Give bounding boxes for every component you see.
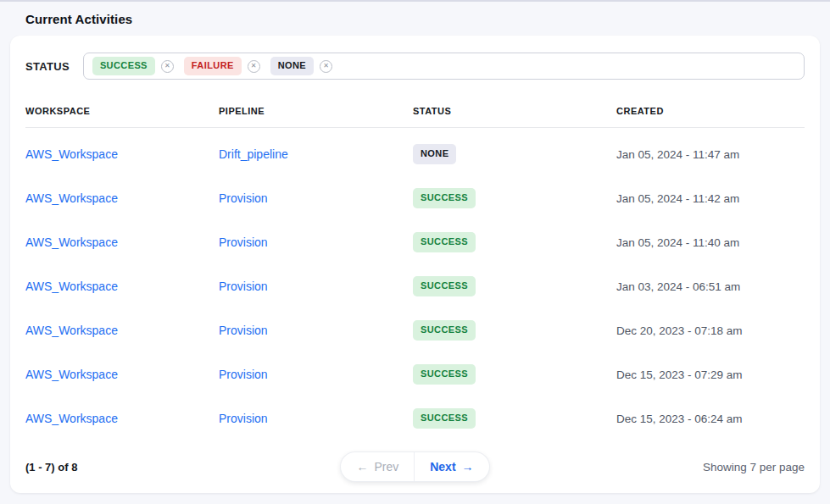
status-badge: SUCCESS (413, 188, 476, 208)
workspace-link[interactable]: AWS_Workspace (25, 191, 118, 205)
table-header-row: WORKSPACE PIPELINE STATUS CREATED (25, 80, 805, 128)
arrow-left-icon: ← (356, 460, 368, 474)
per-page-text: Showing 7 per page (703, 461, 805, 474)
table-row: AWS_Workspace Provision SUCCESS Jan 05, … (25, 176, 805, 220)
pipeline-link[interactable]: Drift_pipeline (219, 147, 288, 161)
workspace-link[interactable]: AWS_Workspace (25, 280, 118, 293)
activities-card: STATUS SUCCESS ✕ FAILURE ✕ NONE ✕ WORKSP… (10, 36, 820, 493)
created-timestamp: Dec 15, 2023 - 06:24 am (616, 413, 805, 425)
next-button-label: Next (430, 460, 455, 474)
pagination-controls: ← Prev Next → (341, 452, 488, 481)
column-header-workspace: WORKSPACE (25, 106, 219, 116)
table-row: AWS_Workspace Drift_pipeline NONE Jan 05… (25, 132, 805, 176)
status-badge: SUCCESS (413, 408, 476, 428)
table-row: AWS_Workspace Provision SUCCESS Dec 20, … (25, 308, 805, 352)
workspace-link[interactable]: AWS_Workspace (25, 147, 118, 161)
created-timestamp: Jan 05, 2024 - 11:47 am (616, 148, 805, 161)
table-row: AWS_Workspace Provision SUCCESS Jan 05, … (25, 220, 805, 264)
filter-tag-group: SUCCESS ✕ (92, 57, 174, 75)
next-page-button[interactable]: Next → (415, 452, 488, 481)
filter-tag-none: NONE (270, 57, 314, 75)
status-filter-row: STATUS SUCCESS ✕ FAILURE ✕ NONE ✕ (25, 53, 805, 80)
filter-tag-success: SUCCESS (92, 57, 155, 75)
status-badge: SUCCESS (413, 320, 476, 340)
page-title: Current Activities (25, 12, 830, 26)
status-filter-input[interactable]: SUCCESS ✕ FAILURE ✕ NONE ✕ (83, 53, 805, 80)
status-badge: NONE (413, 144, 456, 163)
table-row: AWS_Workspace Provision SUCCESS Dec 15, … (25, 396, 805, 440)
table-footer: (1 - 7) of 8 ← Prev Next → Showing 7 per… (25, 452, 805, 481)
status-badge: SUCCESS (413, 232, 476, 252)
prev-button-label: Prev (374, 460, 398, 474)
created-timestamp: Jan 05, 2024 - 11:42 am (616, 192, 805, 205)
table-row: AWS_Workspace Provision SUCCESS Dec 15, … (25, 352, 805, 396)
pipeline-link[interactable]: Provision (219, 235, 268, 249)
prev-page-button[interactable]: ← Prev (341, 452, 415, 481)
status-badge: SUCCESS (413, 364, 476, 384)
filter-tag-failure: FAILURE (184, 57, 242, 75)
created-timestamp: Dec 20, 2023 - 07:18 am (616, 324, 805, 337)
arrow-right-icon: → (462, 460, 474, 474)
workspace-link[interactable]: AWS_Workspace (25, 412, 118, 425)
filter-tag-group: NONE ✕ (270, 57, 332, 75)
workspace-link[interactable]: AWS_Workspace (25, 368, 118, 381)
workspace-link[interactable]: AWS_Workspace (25, 235, 118, 249)
remove-tag-icon[interactable]: ✕ (320, 60, 332, 73)
workspace-link[interactable]: AWS_Workspace (25, 324, 118, 337)
table-body: AWS_Workspace Drift_pipeline NONE Jan 05… (25, 128, 805, 440)
pipeline-link[interactable]: Provision (219, 368, 268, 381)
created-timestamp: Dec 15, 2023 - 07:29 am (616, 368, 805, 381)
filter-tag-group: FAILURE ✕ (184, 57, 260, 75)
table-row: AWS_Workspace Provision SUCCESS Jan 03, … (25, 264, 805, 308)
pipeline-link[interactable]: Provision (219, 191, 268, 205)
column-header-status: STATUS (413, 106, 616, 116)
remove-tag-icon[interactable]: ✕ (248, 60, 260, 73)
status-filter-label: STATUS (25, 60, 70, 73)
pagination-range-text: (1 - 7) of 8 (25, 461, 77, 474)
column-header-pipeline: PIPELINE (219, 106, 413, 116)
created-timestamp: Jan 05, 2024 - 11:40 am (616, 236, 805, 249)
remove-tag-icon[interactable]: ✕ (161, 60, 174, 73)
pipeline-link[interactable]: Provision (219, 324, 268, 337)
status-badge: SUCCESS (413, 276, 476, 296)
pipeline-link[interactable]: Provision (219, 412, 268, 425)
pipeline-link[interactable]: Provision (219, 280, 268, 293)
column-header-created: CREATED (616, 106, 805, 116)
created-timestamp: Jan 03, 2024 - 06:51 am (616, 280, 805, 293)
